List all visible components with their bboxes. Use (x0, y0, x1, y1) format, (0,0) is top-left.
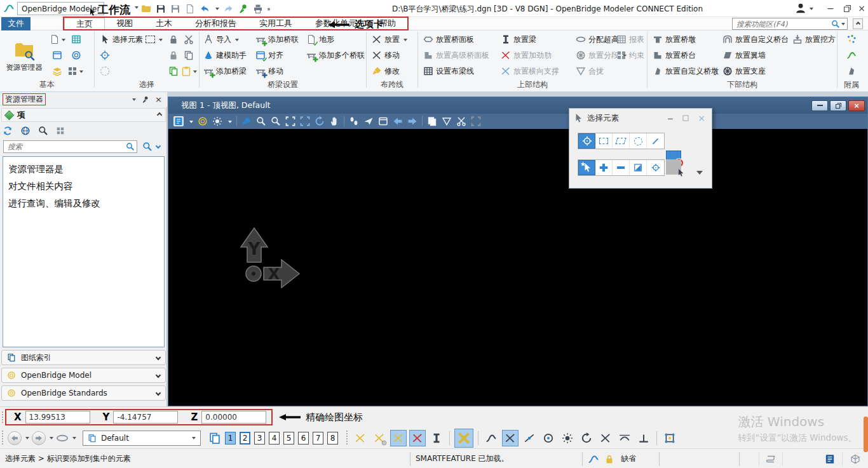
unlock-button[interactable] (166, 48, 181, 62)
assign-superelevation-button[interactable]: 分配超高 (576, 32, 619, 46)
redo-icon[interactable] (224, 4, 234, 14)
toolbar-grip[interactable] (1, 411, 4, 424)
snap-bisector-button[interactable] (578, 430, 595, 446)
search-icon[interactable] (831, 20, 840, 29)
set-beam-layout-button[interactable]: 设置布梁线 (423, 64, 474, 78)
active-snap-icon[interactable] (588, 453, 599, 465)
panel-pin-icon[interactable] (142, 96, 149, 104)
place-spanline-button[interactable]: 放置 (372, 32, 407, 46)
view-toggle-5[interactable]: 5 (283, 432, 294, 445)
report-button[interactable]: 报表 (616, 32, 644, 46)
keyin-button[interactable] (67, 64, 83, 78)
copy-view-icon[interactable] (427, 116, 437, 126)
individual-method-button[interactable] (578, 133, 595, 149)
snap-intersection-button[interactable] (597, 430, 614, 446)
snap-element-button[interactable] (428, 430, 445, 446)
copy-green-button[interactable] (166, 64, 181, 78)
place-abutment-button[interactable]: 放置桥台 (653, 48, 696, 62)
circle-method-button[interactable] (630, 133, 647, 149)
x-coordinate-input[interactable] (25, 411, 90, 424)
line-method-button[interactable] (647, 133, 664, 149)
add-multiple-units-button[interactable]: 添加多个桥联 (306, 48, 365, 62)
undo-icon[interactable] (200, 4, 210, 14)
place-advanced-deck-button[interactable]: 放置高级桥面板 (423, 48, 489, 62)
dialog-button[interactable] (50, 48, 65, 62)
clear-override-brush-icon[interactable] (241, 116, 252, 126)
ribbon-search-box[interactable] (732, 18, 848, 30)
panel-close-icon[interactable]: × (155, 95, 162, 104)
explorer-items-section[interactable]: 项 (1, 108, 166, 122)
compress-file-icon[interactable] (185, 4, 195, 14)
import-button[interactable]: 导入 (203, 32, 239, 46)
navigate-view-icon[interactable] (378, 116, 388, 126)
rotate-view-icon[interactable] (315, 116, 325, 126)
view-group-select[interactable]: Default (83, 431, 201, 446)
view-redo-caret-icon[interactable] (50, 437, 53, 441)
block-method-button[interactable] (595, 133, 613, 149)
print-icon[interactable] (253, 4, 263, 14)
fly-icon[interactable] (363, 116, 374, 126)
place-wingwall-button[interactable]: 放置翼墙 (722, 48, 766, 62)
view-attributes-icon[interactable] (173, 116, 184, 126)
place-pier-button[interactable]: 放置桥墩 (653, 32, 696, 46)
snap-nearest-button[interactable] (483, 430, 499, 446)
subtract-selection-button[interactable] (613, 160, 630, 175)
place-custom-pier-button[interactable]: 放置自定义桥墩 (653, 64, 719, 78)
place-cross-frame-button[interactable]: 放置横向支撑 (501, 64, 559, 78)
expand-chevron-icon[interactable] (156, 355, 161, 360)
add-selection-button[interactable] (595, 160, 613, 175)
invert-selection-button[interactable] (630, 160, 647, 175)
expand-chevron-icon[interactable] (156, 373, 161, 378)
refresh-icon[interactable] (3, 126, 13, 136)
apply-clip-icon[interactable] (471, 116, 481, 126)
view-undo-caret-icon[interactable] (25, 437, 29, 441)
ribbon-search-input[interactable] (736, 20, 831, 29)
add-bridge-unit-button[interactable]: 添加桥联 (255, 32, 299, 46)
toolbar-grip[interactable] (1, 430, 4, 446)
add-bridge-button[interactable]: 添加桥梁 (203, 64, 247, 78)
snap-center-button[interactable] (540, 430, 557, 446)
paste-button[interactable] (181, 64, 196, 78)
explorer-search-box[interactable] (3, 140, 137, 153)
move-bridge-button[interactable]: 移动 (255, 64, 283, 78)
pan-view-icon[interactable] (329, 116, 339, 126)
restore-button[interactable] (840, 1, 854, 15)
minimize-button[interactable]: − (824, 1, 837, 15)
view-toggle-8[interactable]: 8 (327, 432, 338, 445)
view-toggle-4[interactable]: 4 (269, 432, 280, 445)
fit-view-icon[interactable] (300, 116, 310, 126)
view-redo-button[interactable] (32, 431, 46, 445)
pin-icon[interactable] (238, 4, 248, 14)
window-area-icon[interactable] (285, 116, 295, 126)
place-beam-button[interactable]: 放置梁 (501, 32, 536, 46)
save-settings-icon[interactable] (170, 4, 180, 14)
section-openbridge-model[interactable]: OpenBridge Model (1, 368, 166, 383)
snap-perpendicular-button[interactable] (635, 430, 652, 446)
view-history-caret-icon[interactable] (72, 437, 76, 441)
explorer-search-icon[interactable] (126, 142, 135, 151)
adjust-brightness-icon[interactable] (212, 116, 222, 126)
user-caret-icon[interactable] (810, 8, 813, 12)
display-style-icon[interactable] (198, 116, 208, 126)
modeling-assistant-button[interactable]: 建模助手 (203, 48, 247, 62)
place-bearing-button[interactable]: 放置支座 (722, 64, 766, 78)
view-history-icon[interactable] (56, 432, 69, 445)
snap-point-on-button[interactable] (661, 430, 678, 446)
view-close-button[interactable]: × (848, 100, 865, 111)
collapse-chevron-icon[interactable] (157, 112, 162, 117)
accessory-path-button[interactable] (844, 48, 859, 62)
fence-circle-button[interactable] (97, 48, 112, 62)
search-caret-icon[interactable] (841, 23, 845, 27)
view-previous-icon[interactable] (393, 116, 403, 126)
copy-button[interactable] (181, 48, 196, 62)
explorer-search-input[interactable] (8, 142, 126, 151)
shape-method-button[interactable] (613, 133, 630, 149)
select-element-button[interactable]: 选择元素 (100, 32, 163, 46)
fence-status-icon[interactable] (766, 454, 776, 464)
z-coordinate-input[interactable] (201, 411, 266, 424)
tab-civil[interactable]: 土木 (144, 18, 184, 29)
level-lock-icon[interactable] (604, 454, 614, 464)
place-deck-button[interactable]: 放置桥面板 (423, 32, 474, 46)
toggle-accusnap-button[interactable] (352, 430, 369, 446)
snap-midpoint-button[interactable] (521, 430, 538, 446)
